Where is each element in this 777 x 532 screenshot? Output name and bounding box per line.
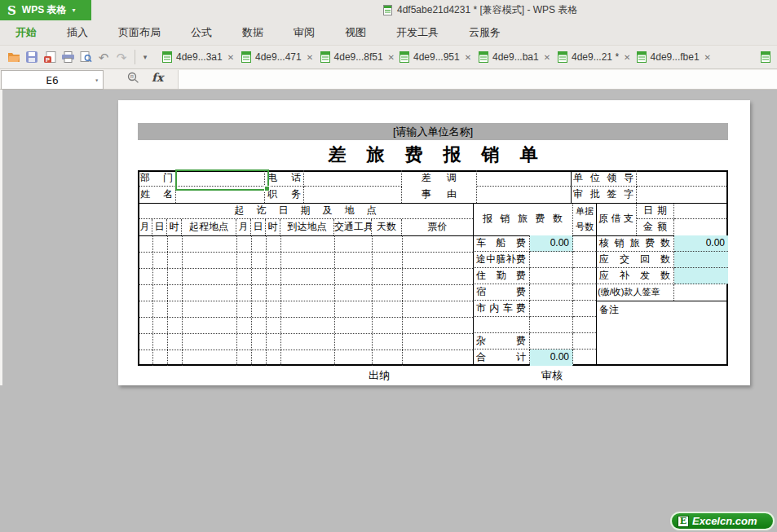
col-header-fare[interactable]: 票价 [402,219,473,235]
payee-seal-value-cell[interactable] [674,284,728,301]
col-header-month2[interactable]: 月 [236,219,251,235]
payee-seal-label-cell[interactable]: (缴/收)款人签章 [596,284,674,301]
note-cell[interactable]: 备注 [596,301,728,366]
tab-cloud[interactable]: 云服务 [469,25,501,40]
phone-label-cell[interactable]: 电话 [265,170,304,187]
tab-formulas[interactable]: 公式 [191,25,212,40]
close-icon[interactable]: ✕ [624,53,630,62]
close-icon[interactable]: ✕ [307,53,313,62]
doc-tab-3[interactable]: 4de9...8f51✕ [316,46,395,68]
insert-function-button[interactable]: fx [152,71,163,84]
formula-input[interactable] [178,70,777,89]
fee-label-cell[interactable]: 车船费 [473,235,530,252]
col-header-transport[interactable]: 交通工具 [334,219,372,235]
trip-reason-label-cell[interactable]: 差调 事由 [402,170,477,203]
loan-amount-value-cell[interactable] [674,219,728,235]
leader-sign-value-cell2[interactable] [637,187,728,203]
tab-data[interactable]: 数据 [242,25,263,40]
close-icon[interactable]: ✕ [388,53,395,62]
fee-value-cell[interactable] [530,317,573,333]
trip-reason-value-cell2[interactable] [477,187,571,203]
receipt-no-cell[interactable] [573,350,596,366]
col-header-days[interactable]: 天数 [372,219,402,235]
receipt-no-cell[interactable] [573,235,596,252]
tab-page-layout[interactable]: 页面布局 [118,25,161,40]
claim-amount-header-cell[interactable]: 报销旅费数 [473,203,573,235]
col-header-hour1[interactable]: 时 [167,219,182,235]
search-icon[interactable]: R [127,72,139,84]
fee-value-cell[interactable] [530,301,573,317]
redo-button[interactable]: ↷ [113,47,130,67]
loan-date-value-cell[interactable] [674,203,728,219]
col-header-hour2[interactable]: 时 [266,219,280,235]
cell-name-box[interactable]: E6 ▾ [1,70,104,90]
job-label-cell[interactable]: 职务 [265,187,304,203]
receipt-number-header-cell[interactable]: 单据 号数 [573,203,596,235]
leader-approve-label1-cell[interactable]: 单位领导 [571,170,637,187]
leader-sign-value-cell[interactable] [637,170,728,187]
fee-value-cell[interactable] [530,268,573,284]
form-title[interactable]: 差旅费报销单 [138,143,728,167]
receipt-no-cell[interactable] [573,268,596,284]
fee-value-cell[interactable] [530,333,573,350]
tab-home[interactable]: 开始 [15,25,37,40]
receipt-no-cell[interactable] [573,333,596,350]
fee-label-cell[interactable]: 住勤费 [473,268,530,284]
auditor-label-cell[interactable]: 审核 [519,368,585,383]
col-header-day2[interactable]: 日 [251,219,266,235]
job-value-cell[interactable] [304,187,402,203]
col-header-month1[interactable]: 月 [138,219,152,235]
dept-label-cell[interactable]: 部门 [138,170,176,187]
settle-value-cell[interactable]: 0.00 [674,235,728,252]
original-loan-header-cell[interactable]: 原借支 [596,203,637,235]
name-label-cell[interactable]: 姓名 [138,187,176,203]
print-preview-button[interactable] [77,47,95,67]
save-button[interactable] [23,47,41,67]
loan-date-label-cell[interactable]: 日期 [637,203,674,219]
col-header-day1[interactable]: 日 [152,219,167,235]
fee-label-cell[interactable]: 途中膳补费 [473,252,530,268]
doc-tab-7[interactable]: 4de9...fbe1✕ [632,46,711,68]
fee-label-cell[interactable]: 市内车费 [473,301,530,317]
fee-label-cell[interactable]: 杂费 [473,333,530,350]
wps-app-button[interactable]: S WPS 表格 ▾ [0,0,91,20]
close-icon[interactable]: ✕ [704,53,711,62]
tab-developer[interactable]: 开发工具 [396,25,439,40]
receipt-no-cell[interactable] [573,252,596,268]
settle-label-cell[interactable]: 应补发数 [596,268,674,284]
phone-value-cell[interactable] [304,170,402,187]
settle-value-cell[interactable] [674,268,728,284]
itinerary-grid[interactable] [138,235,473,366]
receipt-no-cell[interactable] [573,284,596,301]
export-pdf-button[interactable]: P [41,47,59,67]
trip-reason-value-cell[interactable] [477,170,571,187]
col-header-arrive-place[interactable]: 到达地点 [280,219,334,235]
fee-value-cell[interactable] [530,284,573,301]
fee-label-cell[interactable]: 宿费 [473,284,530,301]
settle-label-cell[interactable]: 应交回数 [596,252,674,268]
doc-tab-1[interactable]: 4de9...3a1✕ [157,46,236,68]
fee-label-cell[interactable] [473,317,530,333]
print-button[interactable] [59,47,77,67]
leader-approve-label2-cell[interactable]: 审批签字 [571,187,637,203]
fee-value-cell[interactable]: 0.00 [530,350,573,366]
doc-tab-6[interactable]: 4de9...21 *✕ [553,46,632,68]
receipt-no-cell[interactable] [573,317,596,333]
settle-label-cell[interactable]: 核销旅费数 [596,235,674,252]
toolbar-more-button[interactable]: ▾ [139,47,151,67]
selected-cell-highlight[interactable] [175,169,269,191]
fee-label-cell[interactable]: 合计 [473,350,530,366]
col-header-depart-place[interactable]: 起程地点 [182,219,236,235]
route-dates-header-cell[interactable]: 起讫日期及地点 [138,203,473,219]
settle-value-cell[interactable] [674,252,728,268]
open-button[interactable] [5,47,23,67]
sheet-doc-icon-partial[interactable] [761,51,770,63]
tab-insert[interactable]: 插入 [67,25,88,40]
undo-button[interactable]: ↶ [95,47,113,67]
loan-amount-label-cell[interactable]: 金额 [637,219,674,235]
fee-value-cell[interactable]: 0.00 [530,235,573,252]
tab-view[interactable]: 视图 [345,25,366,40]
fill-handle[interactable] [264,186,270,191]
cashier-label-cell[interactable]: 出纳 [347,368,412,383]
receipt-no-cell[interactable] [573,301,596,317]
